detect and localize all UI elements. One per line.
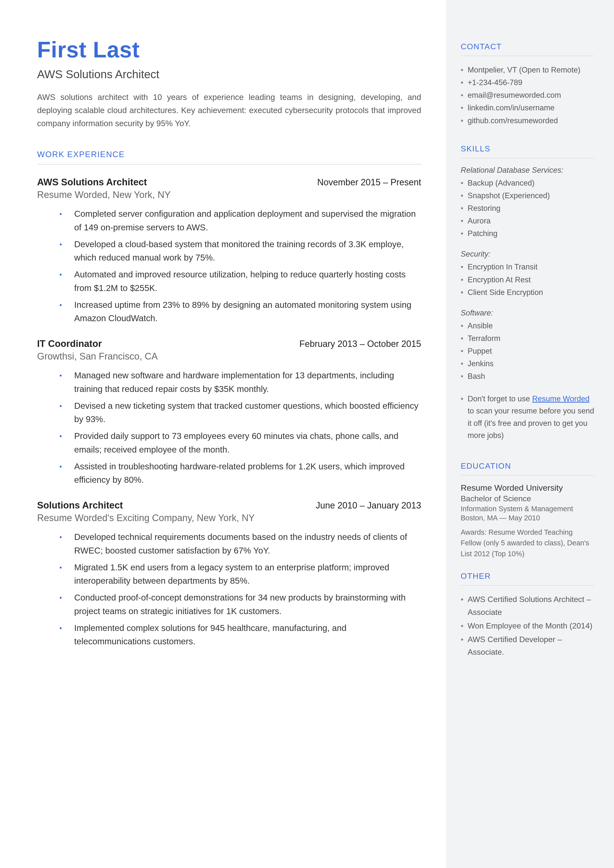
bullet-item: Automated and improved resource utilizat…	[64, 268, 421, 295]
other-item: AWS Certified Solutions Architect – Asso…	[460, 593, 594, 618]
education-field: Information System & Management	[460, 505, 594, 513]
skill-group: Relational Database Services:Backup (Adv…	[460, 166, 594, 240]
resume-worded-link[interactable]: Resume Worded	[532, 394, 589, 403]
bullet-item: Provided daily support to 73 employees e…	[64, 429, 421, 456]
skill-list: AnsibleTerraformPuppetJenkinsBash	[460, 320, 594, 383]
education-awards: Awards: Resume Worded Teaching Fellow (o…	[460, 527, 594, 559]
job-entry: IT CoordinatorFebruary 2013 – October 20…	[37, 339, 421, 486]
other-heading: OTHER	[460, 571, 594, 581]
job-title-heading: AWS Solutions Architect	[37, 68, 421, 81]
skill-item: Aurora	[460, 214, 594, 227]
education-block: Resume Worded University Bachelor of Sci…	[460, 483, 594, 559]
contact-item: github.com/resumeworded	[460, 114, 594, 127]
divider	[460, 56, 594, 56]
skill-list: Encryption In TransitEncryption At RestC…	[460, 261, 594, 298]
contact-item: linkedin.com/in/username	[460, 101, 594, 114]
contact-item: Montpelier, VT (Open to Remote)	[460, 64, 594, 76]
skill-group: Software:AnsibleTerraformPuppetJenkinsBa…	[460, 309, 594, 383]
skill-item: Snapshot (Experienced)	[460, 189, 594, 202]
job-title: Solutions Architect	[37, 500, 123, 511]
job-entry: AWS Solutions ArchitectNovember 2015 – P…	[37, 177, 421, 325]
bullet-item: Completed server configuration and appli…	[64, 207, 421, 234]
bullet-item: Devised a new ticketing system that trac…	[64, 399, 421, 426]
job-dates: February 2013 – October 2015	[299, 339, 421, 349]
education-degree: Bachelor of Science	[460, 494, 594, 503]
bullet-item: Assisted in troubleshooting hardware-rel…	[64, 460, 421, 487]
skill-group-title: Software:	[460, 309, 594, 317]
contact-item: email@resumeworded.com	[460, 89, 594, 101]
job-dates: June 2010 – January 2013	[316, 500, 421, 511]
divider	[460, 585, 594, 586]
skill-item: Client Side Encryption	[460, 286, 594, 299]
work-experience-heading: WORK EXPERIENCE	[37, 150, 421, 159]
divider	[460, 475, 594, 475]
job-title: IT Coordinator	[37, 339, 102, 349]
main-column: First Last AWS Solutions Architect AWS s…	[0, 0, 446, 868]
other-item: AWS Certified Developer – Associate.	[460, 633, 594, 658]
note-prefix: Don't forget to use	[468, 394, 532, 403]
job-company: Resume Worded, New York, NY	[37, 189, 421, 200]
education-heading: EDUCATION	[460, 461, 594, 470]
skill-list: Backup (Advanced)Snapshot (Experienced)R…	[460, 177, 594, 240]
skill-item: Bash	[460, 370, 594, 382]
contact-heading: CONTACT	[460, 42, 594, 51]
job-bullets: Managed new software and hardware implem…	[37, 369, 421, 486]
other-list: AWS Certified Solutions Architect – Asso…	[460, 593, 594, 658]
education-location: Boston, MA — May 2010	[460, 514, 594, 522]
job-title: AWS Solutions Architect	[37, 177, 147, 188]
summary-text: AWS solutions architect with 10 years of…	[37, 91, 421, 130]
bullet-item: Managed new software and hardware implem…	[64, 369, 421, 396]
job-company: Resume Worded's Exciting Company, New Yo…	[37, 513, 421, 523]
bullet-item: Implemented complex solutions for 945 he…	[64, 621, 421, 648]
contact-item: +1-234-456-789	[460, 76, 594, 89]
skill-item: Puppet	[460, 345, 594, 357]
skill-item: Terraform	[460, 332, 594, 345]
skills-note: Don't forget to use Resume Worded to sca…	[460, 393, 594, 442]
contact-list: Montpelier, VT (Open to Remote)+1-234-45…	[460, 64, 594, 127]
skill-item: Encryption In Transit	[460, 261, 594, 273]
bullet-item: Developed technical requirements documen…	[64, 530, 421, 557]
person-name: First Last	[37, 37, 421, 63]
bullet-item: Increased uptime from 23% to 89% by desi…	[64, 298, 421, 325]
skill-item: Patching	[460, 227, 594, 240]
education-school: Resume Worded University	[460, 483, 594, 493]
job-bullets: Completed server configuration and appli…	[37, 207, 421, 325]
skill-group: Security:Encryption In TransitEncryption…	[460, 250, 594, 298]
skill-item: Restoring	[460, 202, 594, 214]
divider	[37, 164, 421, 165]
bullet-item: Conducted proof-of-concept demonstration…	[64, 591, 421, 618]
skill-group-title: Relational Database Services:	[460, 166, 594, 175]
job-company: Growthsi, San Francisco, CA	[37, 351, 421, 362]
bullet-item: Developed a cloud-based system that moni…	[64, 238, 421, 264]
skill-item: Jenkins	[460, 357, 594, 370]
job-bullets: Developed technical requirements documen…	[37, 530, 421, 648]
note-suffix: to scan your resume before you send it o…	[468, 407, 594, 440]
divider	[460, 158, 594, 158]
skill-item: Ansible	[460, 320, 594, 332]
skills-heading: SKILLS	[460, 144, 594, 154]
job-dates: November 2015 – Present	[317, 177, 421, 188]
sidebar: CONTACT Montpelier, VT (Open to Remote)+…	[446, 0, 614, 868]
job-entry: Solutions ArchitectJune 2010 – January 2…	[37, 500, 421, 648]
other-item: Won Employee of the Month (2014)	[460, 620, 594, 632]
skill-group-title: Security:	[460, 250, 594, 259]
skill-item: Backup (Advanced)	[460, 177, 594, 189]
skill-item: Encryption At Rest	[460, 273, 594, 286]
bullet-item: Migrated 1.5K end users from a legacy sy…	[64, 561, 421, 588]
